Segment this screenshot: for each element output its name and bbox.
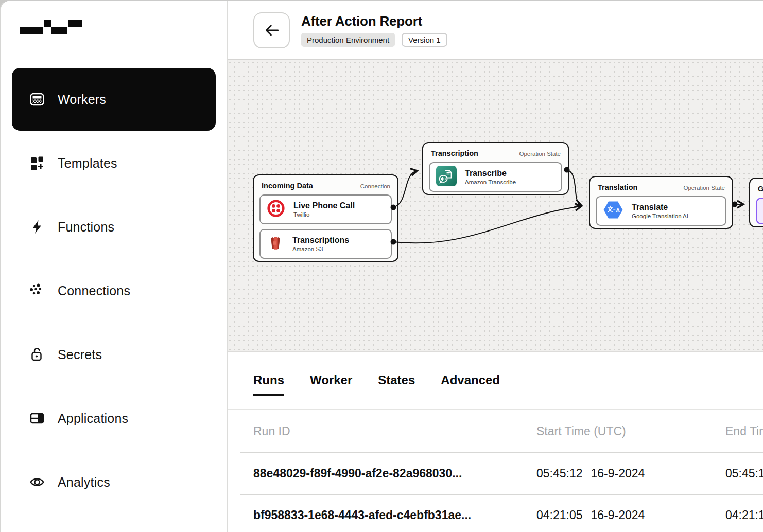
column-header-end-time: End Tim xyxy=(725,424,763,438)
op-card-title: Transcribe xyxy=(465,169,516,178)
sidebar-item-label: Workers xyxy=(58,92,106,107)
node-title: Incoming Data xyxy=(262,182,313,190)
node-title: Translation xyxy=(598,183,637,191)
sidebar-item-label: Functions xyxy=(58,220,114,235)
node-header: Transcription Operation State xyxy=(431,149,561,157)
node-header: Ge xyxy=(758,185,763,193)
tab-runs[interactable]: Runs xyxy=(253,373,284,396)
workflow-canvas[interactable]: Incoming Data Connection Live Phone Call… xyxy=(228,60,763,352)
table-row[interactable]: 88e48029-f89f-4990-af2e-82a968030... 05:… xyxy=(228,453,763,494)
node-translation[interactable]: Translation Operation State A Translate xyxy=(589,176,733,229)
templates-icon xyxy=(29,155,45,171)
workers-icon xyxy=(29,92,45,107)
svg-text:A: A xyxy=(616,207,620,214)
app-window: Workers Templates xyxy=(0,0,763,532)
end-time-cell: 04:21:1 xyxy=(725,508,763,522)
twilio-icon xyxy=(267,199,285,220)
op-card-subtitle: Amazon S3 xyxy=(292,246,349,252)
node-header: Incoming Data Connection xyxy=(262,182,390,190)
back-button[interactable] xyxy=(253,12,290,48)
column-header-start-time: Start Time (UTC) xyxy=(536,424,725,438)
google-translate-icon: A xyxy=(603,201,623,221)
sidebar-item-templates[interactable]: Templates xyxy=(12,132,216,194)
eye-icon xyxy=(29,474,45,490)
op-card-title: Live Phone Call xyxy=(293,201,355,210)
table-row[interactable]: bf958833-1e68-4443-afed-c4ebfb31ae... 04… xyxy=(228,495,763,532)
node-type-label: Connection xyxy=(360,183,390,189)
tab-states[interactable]: States xyxy=(378,373,415,396)
arrow-left-icon xyxy=(264,22,280,39)
layout-window-icon xyxy=(29,411,45,426)
op-card-title: Translate xyxy=(632,203,688,212)
sidebar-item-connections[interactable]: Connections xyxy=(12,259,216,322)
table-header-row: Run ID Start Time (UTC) End Tim xyxy=(228,410,763,452)
version-badge: Version 1 xyxy=(402,33,447,47)
op-card-transcribe[interactable]: Transcribe Amazon Transcribe xyxy=(429,162,562,192)
lock-icon xyxy=(29,347,45,362)
amazon-transcribe-icon xyxy=(436,166,457,188)
sidebar-item-functions[interactable]: Functions xyxy=(12,196,216,258)
title-block: After Action Report Production Environme… xyxy=(301,13,447,47)
sidebar-nav: Workers Templates xyxy=(1,36,227,513)
op-card-translate[interactable]: A Translate Google Translation AI xyxy=(596,196,726,226)
node-incoming-data[interactable]: Incoming Data Connection Live Phone Call… xyxy=(253,174,398,262)
main-panel: After Action Report Production Environme… xyxy=(228,1,763,532)
sidebar-item-workers[interactable]: Workers xyxy=(12,68,216,131)
page-title: After Action Report xyxy=(301,13,447,29)
sidebar-item-label: Applications xyxy=(58,411,128,426)
run-id-cell: 88e48029-f89f-4990-af2e-82a968030... xyxy=(228,467,536,481)
node-partial-right[interactable]: Ge xyxy=(749,178,763,227)
node-title: Transcription xyxy=(431,149,478,157)
detail-tabs: Runs Worker States Advanced xyxy=(228,352,763,410)
sidebar-item-label: Analytics xyxy=(58,475,110,490)
sidebar-item-secrets[interactable]: Secrets xyxy=(12,323,216,386)
pixel-logo-icon xyxy=(18,20,85,35)
op-card-subtitle: Google Translation AI xyxy=(632,213,688,219)
tab-advanced[interactable]: Advanced xyxy=(441,373,500,396)
op-card-transcriptions[interactable]: Transcriptions Amazon S3 xyxy=(259,229,392,259)
sidebar-item-label: Templates xyxy=(58,156,117,171)
edge-transcribe-to-translation xyxy=(567,170,581,205)
op-card-live-phone-call[interactable]: Live Phone Call Twillio xyxy=(259,194,392,224)
op-card-partial[interactable] xyxy=(756,198,763,224)
node-type-label: Operation State xyxy=(519,151,561,157)
amazon-s3-icon xyxy=(267,234,284,254)
start-time-value: 04:21:05 xyxy=(536,508,583,522)
edge-transcriptions-to-translation xyxy=(393,206,581,243)
op-card-subtitle: Twillio xyxy=(293,211,355,218)
start-time-cell: 05:45:12 16-9-2024 xyxy=(536,467,725,481)
brand-logo xyxy=(18,20,227,36)
sidebar: Workers Templates xyxy=(1,1,228,532)
run-id-cell: bf958833-1e68-4443-afed-c4ebfb31ae... xyxy=(228,508,536,522)
start-time-cell: 04:21:05 16-9-2024 xyxy=(536,508,725,522)
node-title: Ge xyxy=(758,185,763,193)
tab-worker[interactable]: Worker xyxy=(310,373,352,396)
sidebar-item-applications[interactable]: Applications xyxy=(12,387,216,450)
environment-badge: Production Environment xyxy=(301,33,395,47)
lightning-bolt-icon xyxy=(29,219,45,235)
start-date-value: 16-9-2024 xyxy=(591,467,645,481)
node-header: Translation Operation State xyxy=(598,183,725,191)
page-header: After Action Report Production Environme… xyxy=(228,1,763,60)
start-date-value: 16-9-2024 xyxy=(591,508,645,522)
node-transcription[interactable]: Transcription Operation State xyxy=(422,142,569,195)
end-time-cell: 05:45:1 xyxy=(725,467,763,481)
column-header-run-id: Run ID xyxy=(228,424,536,438)
sidebar-item-label: Secrets xyxy=(58,347,102,362)
runs-table: Run ID Start Time (UTC) End Tim 88e48029… xyxy=(228,410,763,532)
node-type-label: Operation State xyxy=(683,185,725,191)
sidebar-item-analytics[interactable]: Analytics xyxy=(12,451,216,513)
sidebar-item-label: Connections xyxy=(58,283,130,298)
badges: Production Environment Version 1 xyxy=(301,33,447,47)
op-card-title: Transcriptions xyxy=(292,236,349,245)
dots-cluster-icon xyxy=(29,283,45,298)
start-time-value: 05:45:12 xyxy=(536,467,583,481)
op-card-subtitle: Amazon Transcribe xyxy=(465,179,516,185)
